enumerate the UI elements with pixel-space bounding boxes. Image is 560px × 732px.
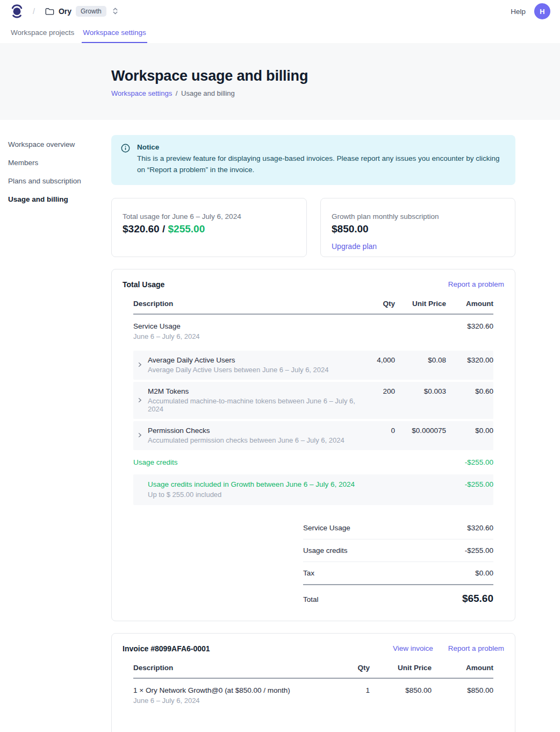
invoice-table-header: Description Qty Unit Price Amount: [133, 664, 493, 679]
help-link[interactable]: Help: [511, 8, 526, 16]
sidebar-item-workspace-overview[interactable]: Workspace overview: [8, 137, 111, 152]
usage-line-item-permission-checks[interactable]: Permission Checks Accumulated permission…: [133, 421, 493, 450]
col-qty: Qty: [336, 664, 370, 672]
chevron-right-icon[interactable]: [137, 432, 144, 438]
workspace-name: Ory: [59, 7, 71, 16]
usage-line-item-dau[interactable]: Average Daily Active Users Average Daily…: [133, 351, 493, 380]
breadcrumb-sep: /: [176, 89, 178, 97]
credits-detail-amount: -$255.00: [446, 480, 493, 488]
plan-label: Growth plan monthly subscription: [332, 212, 504, 221]
sidebar-item-plans-and-subscription[interactable]: Plans and subscription: [8, 174, 111, 188]
total-value: $65.60: [462, 593, 493, 605]
total-label: Total: [303, 595, 319, 603]
sidebar-item-members[interactable]: Members: [8, 155, 111, 170]
usage-line-item-m2m-tokens[interactable]: M2M Tokens Accumulated machine-to-machin…: [133, 382, 493, 419]
usage-table: Description Qty Unit Price Amount Servic…: [133, 300, 493, 607]
invoice-line-title: 1 × Ory Network Growth@0 (at $850.00 / m…: [133, 686, 336, 694]
line-item-amount: $0.60: [446, 387, 493, 395]
line-item-unit-price: $0.003: [395, 387, 446, 395]
service-usage-period: June 6 – July 6, 2024: [133, 332, 357, 340]
workspace-tabbar: Workspace projects Workspace settings: [0, 23, 560, 43]
view-invoice-link[interactable]: View invoice: [393, 644, 433, 652]
total-usage-value: $320.60 / $255.00: [123, 223, 296, 235]
invoice-summary: 1 × Ory Network Growth@0 (at $850.00 / m…: [303, 724, 493, 732]
col-amount: Amount: [446, 300, 493, 308]
line-item-subtitle: Accumulated permission checks between Ju…: [148, 436, 344, 444]
usage-report-problem-link[interactable]: Report a problem: [448, 280, 504, 288]
summary-row-usage-credits: Usage credits -$255.00: [303, 539, 493, 562]
invoice-line-period: June 6 – July 6, 2024: [133, 697, 336, 705]
breadcrumb: Workspace settings / Usage and billing: [111, 89, 560, 97]
line-item-subtitle: Average Daily Active Users between June …: [148, 366, 329, 374]
notice-body: This is a preview feature for displaying…: [137, 153, 506, 176]
breadcrumb-workspace-settings-link[interactable]: Workspace settings: [111, 89, 172, 97]
plan-value: $850.00: [332, 223, 504, 235]
summary-row-plan: 1 × Ory Network Growth@0 (at $850.00 / m…: [303, 724, 493, 732]
workspace-plan-badge: Growth: [76, 6, 106, 17]
breadcrumb-separator: /: [33, 7, 35, 16]
user-avatar[interactable]: H: [534, 3, 550, 19]
page-title: Workspace usage and billing: [111, 68, 560, 84]
summary-row-service-usage: Service Usage $320.60: [303, 517, 493, 539]
folder-icon: [45, 6, 54, 16]
notice-title: Notice: [137, 143, 506, 151]
tab-workspace-projects[interactable]: Workspace projects: [10, 23, 75, 43]
workspace-switcher[interactable]: Ory Growth: [45, 6, 119, 17]
line-item-title: Average Daily Active Users: [148, 356, 329, 364]
service-usage-row: Service Usage June 6 – July 6, 2024 $320…: [133, 315, 493, 349]
col-description: Description: [133, 300, 357, 308]
chevron-right-icon[interactable]: [137, 397, 144, 403]
service-usage-amount: $320.60: [446, 322, 493, 330]
usage-credits-amount: -$255.00: [446, 458, 493, 466]
summary-label: Service Usage: [303, 524, 350, 532]
credits-detail-title: Usage credits included in Growth between…: [148, 480, 357, 488]
line-item-qty: 200: [357, 387, 395, 395]
invoice-card-title: Invoice #8099AFA6-0001: [123, 644, 210, 653]
usage-credits-title: Usage credits: [133, 458, 357, 466]
tab-workspace-settings[interactable]: Workspace settings: [82, 23, 147, 43]
col-unit-price: Unit Price: [395, 300, 446, 308]
col-unit-price: Unit Price: [370, 664, 432, 672]
invoice-card: Invoice #8099AFA6-0001 View invoice Repo…: [111, 633, 515, 732]
summary-value: -$255.00: [465, 546, 493, 555]
line-item-amount: $0.00: [446, 427, 493, 435]
total-usage-label: Total usage for June 6 – July 6, 2024: [123, 212, 296, 221]
plan-subscription-card: Growth plan monthly subscription $850.00…: [320, 198, 515, 257]
usage-table-header: Description Qty Unit Price Amount: [133, 300, 493, 315]
credits-detail-subtitle: Up to $ 255.00 included: [148, 491, 357, 499]
info-icon: [121, 144, 130, 176]
breadcrumb-current: Usage and billing: [181, 89, 235, 97]
chevron-right-icon[interactable]: [137, 361, 144, 368]
usage-summary: Service Usage $320.60 Usage credits -$25…: [303, 517, 493, 607]
ory-logo-icon[interactable]: [11, 4, 23, 19]
topbar: / Ory Growth Help H: [0, 0, 560, 23]
total-usage-card: Total usage for June 6 – July 6, 2024 $3…: [111, 198, 307, 257]
usage-credits-detail-row: Usage credits included in Growth between…: [133, 474, 493, 505]
invoice-line-qty: 1: [336, 686, 370, 694]
line-item-unit-price: $0.08: [395, 356, 446, 364]
service-usage-title: Service Usage: [133, 322, 357, 330]
summary-label: Tax: [303, 569, 314, 577]
summary-label: Usage credits: [303, 546, 348, 555]
usage-credit-amount: $255.00: [168, 223, 205, 234]
selector-icon: [112, 7, 119, 15]
preview-notice-banner: Notice This is a preview feature for dis…: [111, 135, 515, 185]
col-amount: Amount: [432, 664, 493, 672]
line-item-unit-price: $0.000075: [395, 427, 446, 435]
summary-value: $0.00: [475, 569, 493, 577]
line-item-title: M2M Tokens: [148, 387, 357, 395]
col-description: Description: [133, 664, 336, 672]
usage-amount: $320.60: [123, 223, 160, 234]
sidebar-item-usage-and-billing[interactable]: Usage and billing: [8, 192, 111, 207]
line-item-qty: 4,000: [357, 356, 395, 364]
usage-total-row: Total $65.60: [303, 585, 493, 607]
upgrade-plan-link[interactable]: Upgrade plan: [332, 242, 377, 251]
page-header: Workspace usage and billing Workspace se…: [0, 43, 560, 120]
line-item-qty: 0: [357, 427, 395, 435]
line-item-amount: $320.00: [446, 356, 493, 364]
invoice-line-row: 1 × Ory Network Growth@0 (at $850.00 / m…: [133, 679, 493, 713]
invoice-line-unit-price: $850.00: [370, 686, 432, 694]
invoice-report-problem-link[interactable]: Report a problem: [448, 644, 504, 652]
line-item-title: Permission Checks: [148, 427, 344, 435]
line-item-subtitle: Accumulated machine-to-machine tokens be…: [148, 397, 357, 413]
